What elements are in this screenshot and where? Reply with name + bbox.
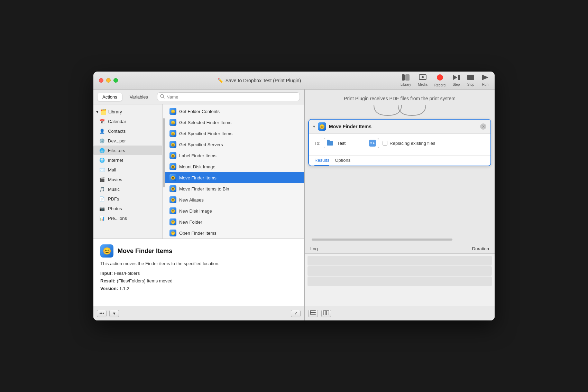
info-action-icon: 😊 (100, 244, 113, 258)
minimize-button[interactable] (106, 78, 111, 83)
action-new-folder[interactable]: 😊 New Folder (165, 216, 304, 227)
folder-icon (327, 141, 333, 146)
toolbar: Library Media Record (401, 74, 489, 87)
action-open-finder-items[interactable]: 😊 Open Finder Items (165, 227, 304, 239)
workflow-scrollbar-thumb[interactable] (312, 239, 452, 241)
close-button[interactable] (99, 78, 103, 83)
action-new-disk-image[interactable]: 😊 New Disk Image (165, 205, 304, 216)
card-tab-options[interactable]: Options (335, 158, 350, 166)
sidebar-item-photos[interactable]: 📷 Photos (93, 204, 162, 213)
input-label: Input: (100, 271, 113, 276)
action-move-finder-items-to-bin[interactable]: 😊 Move Finder Items to Bin (165, 183, 304, 194)
action-get-specified-servers[interactable]: 😊 Get Specified Servers (165, 139, 304, 150)
version-label: Version: (100, 286, 118, 291)
sidebar-item-movies[interactable]: 🎬 Movies (93, 175, 162, 184)
sidebar-item-calendar[interactable]: 📅 Calendar (93, 116, 162, 126)
run-icon (481, 74, 489, 82)
sidebar-item-developer[interactable]: ⚙️ Dev...per (93, 136, 162, 146)
card-tab-results[interactable]: Results (314, 158, 329, 166)
sidebar-item-mail[interactable]: ✉️ Mail (93, 165, 162, 175)
svg-rect-7 (458, 75, 460, 80)
media-button[interactable]: Media (418, 74, 428, 86)
workflow-scrollbar (305, 238, 495, 241)
sidebar-item-contacts[interactable]: 👤 Contacts (93, 126, 162, 136)
svg-marker-6 (453, 75, 457, 80)
list-view-button[interactable] (308, 310, 318, 317)
sidebar-group-library[interactable]: ▾ 🗂️ Library (93, 107, 162, 116)
library-button[interactable]: Library (401, 74, 411, 86)
split-view-button[interactable] (321, 310, 331, 317)
search-icon (160, 94, 165, 100)
action-move-finder-items[interactable]: 😊 Move Finder Items (165, 172, 304, 183)
window-title: ✏️ Save to Dropbox Test (Print Plugin) (118, 78, 401, 83)
movies-icon: 🎬 (99, 176, 105, 183)
step-button[interactable]: Step (452, 74, 460, 86)
left-panel: Actions Variables ▾ (93, 90, 304, 320)
maximize-button[interactable] (113, 78, 118, 83)
info-title: Move Finder Items (118, 248, 172, 255)
sidebar-item-pdfs[interactable]: 📄 PDFs (93, 194, 162, 204)
action-card-move-finder-items: ▾ 😊 Move Finder Items ✕ To: Test ⬆⬇ (308, 119, 491, 166)
replacing-files-checkbox[interactable] (383, 141, 387, 146)
svg-rect-0 (402, 74, 405, 81)
replacing-files-label: Replacing existing files (389, 141, 435, 146)
scrollbar-thumb[interactable] (163, 118, 165, 187)
check-icon: ✓ (294, 311, 298, 316)
check-button[interactable]: ✓ (291, 310, 301, 317)
main-area: Actions Variables ▾ (93, 90, 495, 320)
ellipsis-button[interactable]: ••• (97, 310, 107, 317)
svg-point-5 (437, 74, 443, 81)
finder-icon: 😊 (169, 196, 176, 203)
card-action-icon: 😊 (318, 122, 326, 131)
action-card-header: ▾ 😊 Move Finder Items ✕ (309, 120, 490, 134)
card-close-button[interactable]: ✕ (480, 123, 486, 130)
sidebar-item-finders[interactable]: 🌐 File...ers (93, 146, 162, 155)
sidebar-item-music[interactable]: 🎵 Music (93, 184, 162, 194)
stop-icon (467, 74, 475, 82)
developer-icon: ⚙️ (99, 138, 105, 144)
svg-rect-13 (310, 312, 316, 313)
chevron-dropdown-button[interactable]: ▾ (109, 310, 119, 317)
tab-variables[interactable]: Variables (125, 93, 153, 101)
library-icon (402, 74, 410, 82)
log-col-log: Log (305, 244, 446, 253)
action-get-specified-finder-items[interactable]: 😊 Get Specified Finder Items (165, 128, 304, 139)
action-new-aliases[interactable]: 😊 New Aliases (165, 194, 304, 205)
list-view-icon (310, 310, 316, 316)
run-button[interactable]: Run (481, 74, 489, 86)
action-get-selected-finder-items[interactable]: 😊 Get Selected Finder Items (165, 117, 304, 128)
action-mount-disk-image[interactable]: 😊 Mount Disk Image (165, 161, 304, 172)
folder-select[interactable]: Test ⬆⬇ (324, 138, 379, 148)
finder-icon: 😊 (169, 230, 176, 236)
log-rows (305, 254, 495, 288)
finder-icon: 😊 (169, 119, 176, 126)
right-panel: Print Plugin receives PDF files from the… (305, 90, 495, 320)
record-button[interactable]: Record (434, 74, 445, 87)
log-row-3 (307, 277, 492, 286)
finder-icon: 😊 (169, 174, 176, 181)
svg-rect-1 (405, 74, 410, 81)
mail-icon: ✉️ (99, 167, 105, 173)
card-chevron-icon[interactable]: ▾ (313, 124, 315, 129)
log-area: Log Duration (305, 244, 495, 306)
action-get-folder-contents[interactable]: 😊 Get Folder Contents (165, 106, 304, 117)
svg-rect-17 (327, 310, 329, 315)
search-input[interactable] (166, 94, 297, 100)
photos-icon: 📷 (99, 205, 105, 212)
action-label-finder-items[interactable]: 😊 Label Finder Items (165, 150, 304, 161)
log-header: Log Duration (305, 244, 495, 254)
sidebar-item-internet[interactable]: 🌐 Internet (93, 155, 162, 165)
finders-icon: 🌐 (99, 147, 105, 153)
sidebar-item-presentations[interactable]: 📊 Pre...ions (93, 213, 162, 223)
select-arrow-icon: ⬆⬇ (369, 140, 376, 147)
result-label: Result: (100, 278, 116, 283)
titlebar: ✏️ Save to Dropbox Test (Print Plugin) L… (93, 72, 495, 90)
finder-icon: 😊 (169, 185, 176, 192)
left-bottom-bar: ••• ▾ ✓ (93, 306, 304, 320)
stop-button[interactable]: Stop (467, 74, 475, 86)
finder-icon: 😊 (169, 108, 176, 115)
record-icon (436, 74, 444, 82)
info-meta: Input: Files/Folders Result: (Files/Fold… (100, 270, 297, 292)
right-bottom-bar (305, 306, 495, 320)
tab-actions[interactable]: Actions (98, 93, 122, 101)
